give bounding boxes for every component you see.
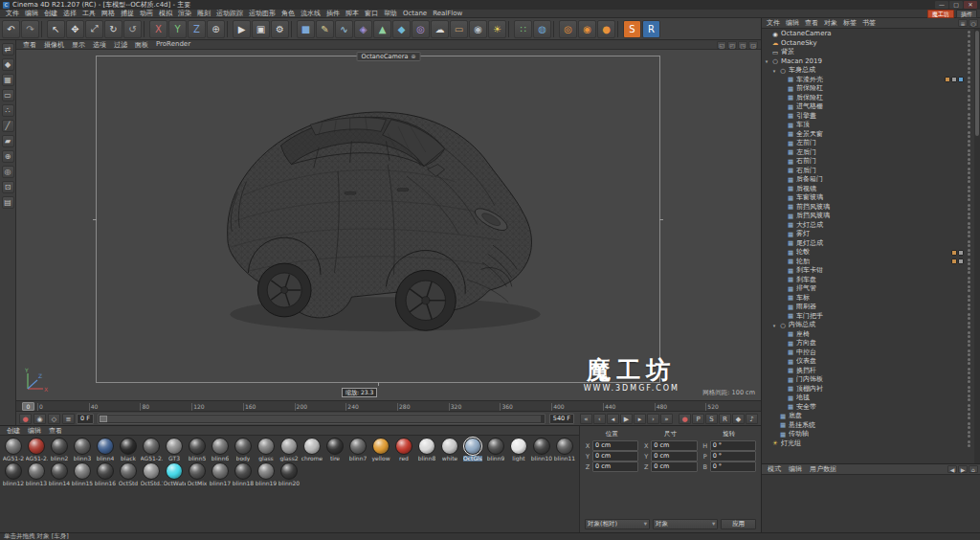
tree-row[interactable]: ▦ 安全带 xyxy=(762,403,980,413)
visibility-dots[interactable] xyxy=(968,349,970,356)
timeline-ruler[interactable]: 0 04080120160200240280320360400440480520 xyxy=(16,400,761,411)
current-frame-marker[interactable]: 0 xyxy=(22,402,34,411)
tree-row[interactable]: ▦ 传动轴 xyxy=(762,430,980,439)
tree-row[interactable]: ▦ 仪表盘 xyxy=(762,357,980,367)
visibility-dots[interactable] xyxy=(968,31,970,37)
tree-row[interactable]: ▦ 车漆外壳 xyxy=(762,76,980,85)
size-input[interactable]: 0 cm xyxy=(651,451,697,461)
light-icon[interactable]: ☀ xyxy=(488,20,506,38)
next-frame-button[interactable]: ▸ xyxy=(634,414,646,424)
visibility-dots[interactable] xyxy=(968,231,970,237)
tree-row[interactable]: ▦ 全景天窗 xyxy=(762,130,980,140)
visibility-dots[interactable] xyxy=(968,58,970,65)
object-manager-menu-item[interactable]: 编辑 xyxy=(783,18,802,28)
object-manager-menu-item[interactable]: 对象 xyxy=(821,18,840,28)
x-axis-lock-icon[interactable]: X xyxy=(149,20,167,38)
tree-row[interactable]: ▦ 进气格栅 xyxy=(762,102,980,112)
tire[interactable]: tire xyxy=(323,438,346,461)
camera-icon[interactable]: ◉ xyxy=(469,20,487,38)
visibility-dots[interactable] xyxy=(968,213,970,219)
blinn19[interactable]: blinn19 xyxy=(255,462,278,486)
tree-row[interactable]: ▦ 底盘 xyxy=(762,412,980,421)
end-frame-field[interactable]: 540 F xyxy=(549,414,574,424)
apply-button[interactable]: 应用 xyxy=(721,519,756,529)
tree-row[interactable]: ▦ 车标 xyxy=(762,294,980,304)
tree-row[interactable]: ▦ 左后门 xyxy=(762,148,980,158)
subdivision-surface-icon[interactable]: ◈ xyxy=(354,20,372,38)
glass[interactable]: glass xyxy=(255,438,278,461)
position-input[interactable]: 0 cm xyxy=(592,440,638,451)
record-rotation-icon[interactable]: R xyxy=(719,414,731,424)
blinn8[interactable]: blinn8 xyxy=(415,438,438,461)
visibility-dots[interactable] xyxy=(968,222,970,229)
blinn13[interactable]: blinn13 xyxy=(25,462,48,486)
visibility-dots[interactable] xyxy=(968,313,970,320)
render-settings-icon[interactable]: ⚙ xyxy=(271,20,289,38)
light[interactable]: light xyxy=(507,438,530,461)
add-cube-icon[interactable]: ■ xyxy=(297,20,315,38)
menu-item[interactable]: 流水线 xyxy=(298,10,323,17)
white[interactable]: white xyxy=(438,438,461,461)
record-keyframe-icon[interactable]: ● xyxy=(19,414,32,424)
menu-item[interactable]: 捕捉 xyxy=(118,10,137,17)
menu-item[interactable]: 网格 xyxy=(99,10,118,17)
tree-row[interactable]: ▦ 后视镜 xyxy=(762,185,980,194)
coord-axis-select[interactable]: 对象▾ xyxy=(653,519,718,529)
visibility-dots[interactable] xyxy=(968,376,970,383)
tree-row[interactable]: ☀ 灯光组 xyxy=(762,439,980,449)
camera-label[interactable]: OctaneCamera ⊕ xyxy=(357,52,421,61)
menu-item[interactable]: 模拟 xyxy=(156,10,175,17)
visibility-dots[interactable] xyxy=(968,140,970,146)
close-button[interactable]: ✕ xyxy=(964,1,977,9)
attr-forward-icon[interactable]: ▶ xyxy=(958,465,968,473)
object-manager-menu-item[interactable]: 文件 xyxy=(764,18,783,28)
viewport-menu-item[interactable]: 摄像机 xyxy=(40,40,68,50)
viewport-menu-item[interactable]: 显示 xyxy=(68,40,89,50)
z-axis-lock-icon[interactable]: Z xyxy=(188,20,206,38)
menu-item[interactable]: 帮助 xyxy=(381,10,400,17)
blinn15[interactable]: blinn15 xyxy=(71,462,94,486)
octane-node-icon[interactable]: ◉ xyxy=(578,20,596,38)
menu-item[interactable]: 创建 xyxy=(41,10,60,17)
record-parameter-icon[interactable]: ◆ xyxy=(732,414,745,424)
attr-back-icon[interactable]: ◀ xyxy=(947,465,957,473)
yellow[interactable]: yellow xyxy=(369,438,392,461)
size-input[interactable]: 0 cm xyxy=(651,440,697,451)
blinn4[interactable]: blinn4 xyxy=(94,438,117,461)
viewport-menu-item[interactable]: 过滤 xyxy=(110,40,131,50)
AG51-2.1[interactable]: AG51-2.1 xyxy=(25,438,48,461)
spline-icon[interactable]: ∿ xyxy=(335,20,353,38)
OctGls[interactable]: OctGls xyxy=(461,438,484,461)
AG51-2.2[interactable]: AG51-2.2 xyxy=(140,438,163,461)
visibility-dots[interactable] xyxy=(968,404,970,411)
glass2[interactable]: glass2 xyxy=(278,438,301,461)
chrome[interactable]: chrome xyxy=(301,438,323,461)
record-button[interactable]: ● xyxy=(679,414,691,424)
menu-item[interactable]: 脚本 xyxy=(343,10,362,17)
position-input[interactable]: 0 cm xyxy=(592,461,638,472)
render-picture-viewer-icon[interactable]: ▣ xyxy=(252,20,270,38)
mograph-icon[interactable]: ∷ xyxy=(514,20,532,38)
material-menu-item[interactable]: 创建 xyxy=(3,426,24,436)
tree-row[interactable]: ▦ 车顶 xyxy=(762,121,980,130)
menu-item[interactable]: 工具 xyxy=(79,10,99,17)
preview-range-slider[interactable] xyxy=(98,414,546,424)
visibility-dots[interactable] xyxy=(968,240,970,247)
rotation-input[interactable]: 0 ° xyxy=(710,451,756,461)
visibility-dots[interactable] xyxy=(968,103,970,110)
blinn3[interactable]: blinn3 xyxy=(71,438,94,461)
viewport-menu-item[interactable]: 选项 xyxy=(89,40,110,50)
expand-arrow-icon[interactable]: ▾ xyxy=(764,58,769,64)
blinn17[interactable]: blinn17 xyxy=(209,462,232,486)
menu-item[interactable]: 动画 xyxy=(137,10,156,17)
visibility-dots[interactable] xyxy=(968,394,970,401)
pane-top-view-icon[interactable]: ◰ xyxy=(727,41,737,49)
tree-row[interactable]: ▦ 左前门 xyxy=(762,139,980,148)
red[interactable]: red xyxy=(392,438,415,461)
visibility-dots[interactable] xyxy=(968,340,970,347)
OctStd[interactable]: OctStd xyxy=(117,462,140,486)
tree-row[interactable]: ▦ 后备箱门 xyxy=(762,175,980,185)
enable-snap-icon[interactable]: ⊡ xyxy=(2,181,14,193)
object-manager-menu-item[interactable]: 标签 xyxy=(840,18,859,28)
tree-row[interactable]: ▦ 方向盘 xyxy=(762,339,980,349)
